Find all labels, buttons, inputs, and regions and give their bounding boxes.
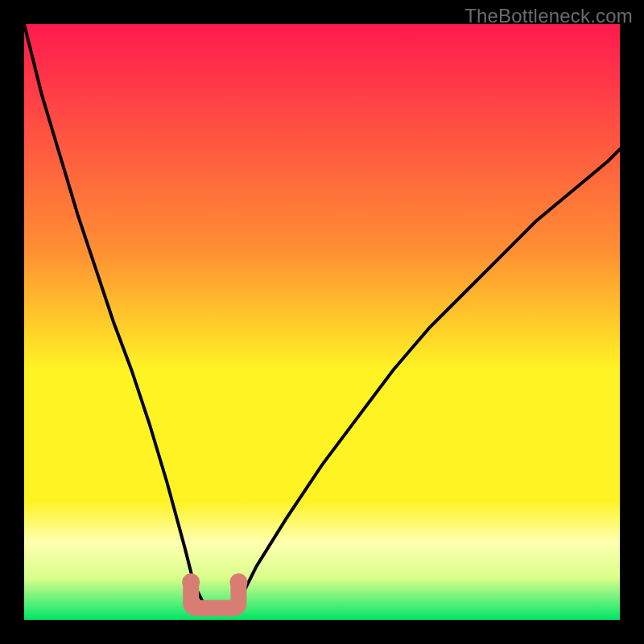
optimal-region-endpoint [182, 573, 200, 591]
optimal-region-endpoint [229, 573, 247, 591]
bottleneck-chart-svg [0, 0, 644, 644]
watermark-text: TheBottleneck.com [464, 5, 633, 27]
chart-frame: TheBottleneck.com [0, 0, 644, 644]
